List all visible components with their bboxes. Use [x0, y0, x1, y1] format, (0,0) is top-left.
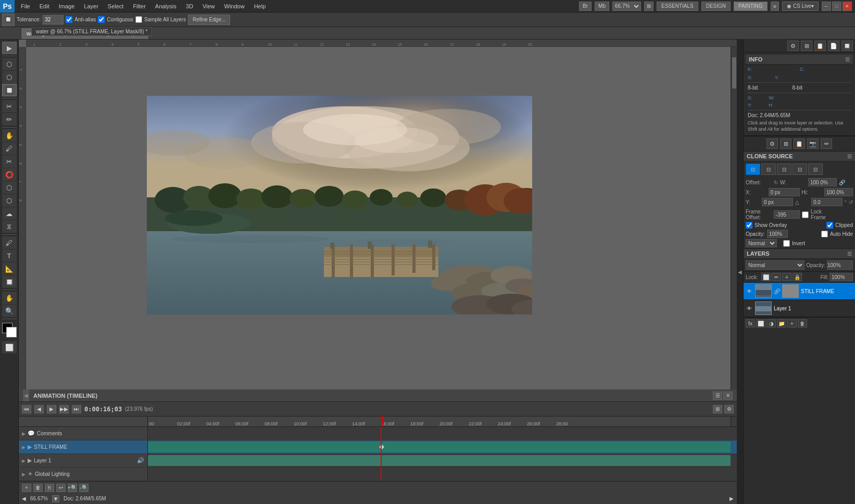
timeline-collapse-btn[interactable]: ◀ [23, 389, 29, 401]
tl-zoom-in-btn[interactable]: +🔍 [68, 484, 77, 492]
tool-shape[interactable]: 🔲 [2, 275, 17, 288]
current-tool-icon[interactable]: 🔲 [2, 14, 15, 26]
layer-group-btn[interactable]: 📁 [777, 319, 786, 327]
blend-mode-select[interactable]: Normal [746, 260, 804, 270]
bridge-button[interactable]: Br [579, 2, 592, 11]
clone-y-input[interactable] [762, 198, 793, 206]
minimize-button[interactable]: ─ [822, 2, 831, 11]
tool-magic-wand[interactable]: 🔲 [2, 84, 17, 96]
opacity-input[interactable] [767, 230, 788, 238]
clone-panel-header[interactable]: CLONE SOURCE ☰ [744, 152, 855, 161]
sample-all-checkbox[interactable] [135, 16, 142, 23]
menu-view[interactable]: View [198, 2, 219, 10]
mini-bridge-button[interactable]: Mb [595, 2, 609, 11]
tool-zoom[interactable]: 🔍 [2, 305, 17, 317]
tl-prev-btn[interactable]: ◀ [34, 405, 44, 413]
arrange-button[interactable]: ⊞ [644, 2, 653, 11]
tool-brush[interactable]: 🖊 [2, 142, 17, 155]
menu-file[interactable]: File [17, 2, 34, 10]
tool-eyedropper[interactable]: ✏ [2, 113, 17, 125]
tl-track-globallighting[interactable] [148, 468, 731, 481]
tl-play-btn[interactable]: ▶ [47, 405, 56, 413]
clone-x-input[interactable] [769, 188, 800, 196]
layer-stillframe-eye[interactable]: 👁 [746, 287, 753, 295]
tl-track-comments[interactable] [148, 427, 731, 440]
tl-zoom-out-btn[interactable]: -🔍 [79, 484, 89, 492]
rtool-1[interactable]: ⚙ [787, 41, 799, 51]
rtool-3[interactable]: 📋 [814, 41, 826, 51]
layer-adj-btn[interactable]: ◑ [766, 319, 776, 327]
clipped-checkbox[interactable] [826, 222, 833, 229]
maximize-button[interactable]: □ [832, 2, 841, 11]
lock-frame-checkbox[interactable] [802, 211, 809, 218]
background-color[interactable] [6, 327, 17, 337]
contiguous-checkbox[interactable] [98, 16, 105, 23]
lock-paint-btn[interactable]: ✏ [772, 273, 781, 281]
cs-icon-5[interactable]: ⊡ [808, 163, 823, 175]
lock-all-btn[interactable]: 🔒 [793, 273, 802, 281]
tool-dodge[interactable]: ⧖ [2, 220, 17, 233]
zoom-select[interactable]: 66.7% [612, 2, 641, 11]
layer-fx-btn[interactable]: fx [746, 319, 755, 327]
timeline-close-btn[interactable]: ✕ [723, 392, 733, 400]
menu-filter[interactable]: Filter [129, 2, 149, 10]
tl-delete-btn[interactable]: 🗑 [33, 484, 43, 492]
tool-heal[interactable]: ✋ [2, 129, 17, 142]
tl-next-frame-btn[interactable]: ⏭ [72, 405, 81, 413]
cs-icon-4[interactable]: ⊡ [793, 163, 807, 175]
auto-hide-checkbox[interactable] [821, 231, 828, 237]
tool-path[interactable]: 📐 [2, 262, 17, 275]
blend-mode-dropdown[interactable]: Normal [746, 239, 777, 247]
tl-expand-globallighting[interactable]: ▶ [22, 472, 26, 477]
clone-w-input[interactable] [808, 178, 837, 186]
frame-offset-input[interactable] [774, 210, 800, 219]
layer-stillframe[interactable]: 👁 🔗 STILL FRAME [744, 283, 855, 300]
cs-icon-3[interactable]: ⊡ [777, 163, 791, 175]
fill-input[interactable] [829, 273, 853, 281]
layers-panel-menu[interactable]: ☰ [847, 251, 852, 257]
tl-next-btn[interactable]: ▶▶ [59, 405, 69, 413]
layers-opacity-input[interactable] [827, 260, 853, 270]
workspace-more-button[interactable]: » [771, 2, 779, 11]
painting-button[interactable]: PAINTING [734, 2, 767, 11]
lock-move-btn[interactable]: + [782, 273, 791, 281]
tl-copy-btn[interactable]: ⎘ [45, 484, 54, 492]
essentials-button[interactable]: ESSENTIALS [657, 2, 698, 11]
right-panel-handle[interactable]: ◀ [737, 40, 743, 504]
rtool-mid-5[interactable]: ✏ [821, 138, 832, 149]
clone-panel-menu[interactable]: ☰ [847, 154, 852, 159]
menu-image[interactable]: Image [55, 2, 79, 10]
tool-eraser[interactable]: ⬡ [2, 181, 17, 194]
menu-select[interactable]: Select [104, 2, 128, 10]
tool-pen[interactable]: 🖊 [2, 236, 17, 249]
tool-text[interactable]: T [2, 249, 17, 262]
v-scroll-thumb[interactable] [732, 57, 736, 89]
tool-blur[interactable]: ☁ [2, 207, 17, 220]
tool-gradient[interactable]: ⬡ [2, 194, 17, 207]
cs-icon-1[interactable]: ⊡ [746, 163, 760, 175]
clone-angle-input[interactable] [811, 198, 843, 206]
tl-expand-layer1[interactable]: ▶ [22, 458, 26, 463]
color-box[interactable] [2, 323, 17, 337]
rtool-5[interactable]: 🔲 [841, 41, 853, 51]
timeline-menu-btn[interactable]: ☰ [713, 392, 722, 400]
menu-3d[interactable]: 3D [182, 2, 197, 10]
tl-loop-btn[interactable]: ↩ [56, 484, 66, 492]
menu-analysis[interactable]: Analysis [151, 2, 181, 10]
tl-track-layer1[interactable] [148, 454, 731, 467]
antialias-checkbox[interactable] [66, 16, 72, 23]
rtool-mid-1[interactable]: ⚙ [766, 138, 778, 149]
tl-prev-frame-btn[interactable]: ⏮ [22, 405, 31, 413]
invert-checkbox[interactable] [783, 240, 790, 247]
rtool-4[interactable]: 📄 [828, 41, 839, 51]
menu-help[interactable]: Help [250, 2, 270, 10]
menu-layer[interactable]: Layer [80, 2, 103, 10]
refine-edge-button[interactable]: Refine Edge... [188, 15, 230, 25]
menu-edit[interactable]: Edit [35, 2, 54, 10]
rtool-2[interactable]: ⊞ [801, 41, 812, 51]
close-button[interactable]: ✕ [843, 2, 852, 11]
cslive-button[interactable]: ◉ CS Live▾ [782, 2, 819, 11]
tl-convert-btn[interactable]: ⊞ [713, 405, 722, 413]
lock-transparent-btn[interactable]: ⬜ [761, 273, 771, 281]
layers-panel-header[interactable]: LAYERS ☰ [744, 249, 855, 259]
